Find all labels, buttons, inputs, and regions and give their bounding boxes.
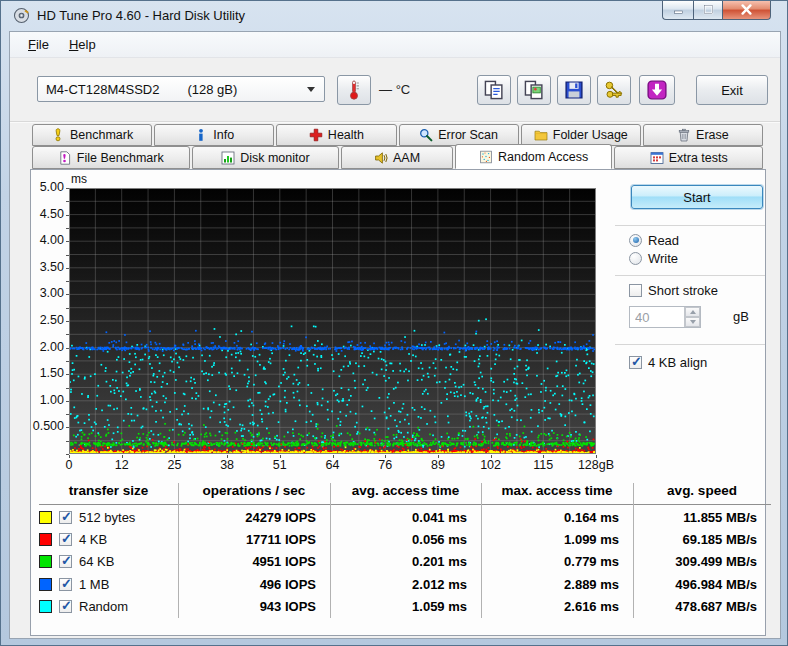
aam-icon bbox=[374, 151, 388, 165]
info-icon bbox=[194, 128, 208, 142]
benchmark-icon bbox=[51, 128, 65, 142]
license-keys-button[interactable] bbox=[597, 75, 631, 105]
tab-aam[interactable]: AAM bbox=[341, 146, 453, 169]
menu-bar: FileHelp bbox=[10, 32, 780, 58]
avg-access-value: 2.012 ms bbox=[330, 577, 481, 592]
close-button[interactable] bbox=[722, 1, 771, 20]
tab-benchmark[interactable]: Benchmark bbox=[32, 124, 152, 146]
tab-file-benchmark[interactable]: File Benchmark bbox=[32, 146, 190, 169]
transfer-size-label: 64 KB bbox=[79, 554, 114, 569]
align-row[interactable]: 4 KB align bbox=[629, 354, 707, 370]
tab-erase[interactable]: Erase bbox=[643, 124, 763, 146]
copy-text-button[interactable] bbox=[477, 75, 511, 105]
x-tick-label: 64 bbox=[326, 458, 340, 472]
tab-health[interactable]: Health bbox=[276, 124, 396, 146]
ops-value: 17711 IOPS bbox=[178, 532, 330, 547]
x-tick-label: 12 bbox=[115, 458, 129, 472]
write-radio[interactable] bbox=[629, 252, 642, 265]
read-radio-row[interactable]: Read bbox=[629, 232, 679, 248]
avg-speed-value: 309.499 MB/s bbox=[633, 554, 771, 569]
column-header: operations / sec bbox=[178, 483, 330, 503]
random-access-icon bbox=[479, 150, 493, 164]
series-color-swatch bbox=[39, 533, 52, 546]
app-window: HD Tune Pro 4.60 - Hard Disk Utility Fil… bbox=[0, 0, 788, 646]
series-checkbox[interactable] bbox=[59, 600, 72, 613]
y-axis-tick bbox=[66, 188, 69, 189]
x-tick-label: 51 bbox=[273, 458, 287, 472]
align-checkbox[interactable] bbox=[629, 356, 642, 369]
y-tick-label: 1.50 bbox=[31, 366, 64, 380]
x-tick-label: 102 bbox=[480, 458, 501, 472]
short-stroke-checkbox[interactable] bbox=[629, 284, 642, 297]
max-access-value: 0.164 ms bbox=[481, 510, 633, 525]
short-stroke-row[interactable]: Short stroke bbox=[629, 282, 718, 298]
menu-file[interactable]: File bbox=[18, 34, 59, 55]
tab-error-scan[interactable]: Error Scan bbox=[399, 124, 519, 146]
exit-button[interactable]: Exit bbox=[696, 75, 768, 105]
download-icon bbox=[647, 80, 667, 100]
ops-value: 4951 IOPS bbox=[178, 554, 330, 569]
maximize-button[interactable] bbox=[693, 1, 722, 20]
titlebar[interactable]: HD Tune Pro 4.60 - Hard Disk Utility bbox=[1, 1, 787, 31]
tab-info[interactable]: Info bbox=[154, 124, 274, 146]
tab-disk-monitor[interactable]: Disk monitor bbox=[192, 146, 340, 169]
x-axis-tick bbox=[543, 455, 544, 458]
y-tick-label: 3.50 bbox=[31, 260, 64, 274]
y-tick-label: 5.00 bbox=[31, 180, 64, 194]
update-button[interactable] bbox=[639, 75, 675, 105]
thermometer-icon bbox=[345, 79, 363, 101]
max-access-value: 2.616 ms bbox=[481, 599, 633, 614]
series-checkbox[interactable] bbox=[59, 578, 72, 591]
series-color-swatch bbox=[39, 578, 52, 591]
table-row-64-kb: 64 KB4951 IOPS0.201 ms0.779 ms309.499 MB… bbox=[39, 551, 771, 573]
random-access-panel: ms 5.004.504.003.503.002. bbox=[30, 169, 766, 636]
tab-label: Random Access bbox=[498, 150, 588, 164]
x-axis-tick bbox=[333, 455, 334, 458]
error-scan-icon bbox=[419, 128, 433, 142]
y-axis-tick bbox=[66, 241, 69, 242]
write-radio-row[interactable]: Write bbox=[629, 250, 678, 266]
temperature-button[interactable] bbox=[337, 75, 371, 105]
spinner-down-button[interactable] bbox=[685, 317, 700, 327]
tab-label: Folder Usage bbox=[553, 128, 628, 142]
tab-random-access[interactable]: Random Access bbox=[455, 144, 613, 169]
keys-icon bbox=[604, 80, 624, 100]
series-checkbox[interactable] bbox=[59, 533, 72, 546]
minimize-button[interactable] bbox=[662, 1, 693, 20]
copy-image-button[interactable] bbox=[517, 75, 551, 105]
x-tick-label: 0 bbox=[66, 458, 73, 472]
drive-select-dropdown[interactable]: M4-CT128M4SSD2 (128 gB) bbox=[37, 76, 325, 102]
max-access-value: 1.099 ms bbox=[481, 532, 633, 547]
x-axis-tick bbox=[122, 455, 123, 458]
avg-access-value: 0.041 ms bbox=[330, 510, 481, 525]
folder-icon bbox=[534, 128, 548, 142]
menu-help[interactable]: Help bbox=[59, 34, 106, 55]
x-axis-tick bbox=[385, 455, 386, 458]
x-axis-tick bbox=[69, 455, 70, 458]
x-tick-label: 89 bbox=[431, 458, 445, 472]
tab-extra-tests[interactable]: Extra tests bbox=[614, 146, 763, 169]
series-checkbox[interactable] bbox=[59, 511, 72, 524]
avg-access-value: 1.059 ms bbox=[330, 599, 481, 614]
x-axis-tick bbox=[438, 455, 439, 458]
save-button[interactable] bbox=[557, 75, 591, 105]
y-axis-tick bbox=[66, 321, 69, 322]
copy-icon bbox=[484, 80, 504, 100]
ops-value: 24279 IOPS bbox=[178, 510, 330, 525]
spinner-up-button[interactable] bbox=[685, 307, 700, 317]
results-table-header: transfer sizeoperations / secavg. access… bbox=[39, 483, 771, 503]
tab-folder-usage[interactable]: Folder Usage bbox=[521, 124, 641, 146]
read-radio[interactable] bbox=[629, 234, 642, 247]
y-axis-unit-label: ms bbox=[71, 172, 87, 186]
drive-name: M4-CT128M4SSD2 bbox=[46, 82, 159, 97]
y-axis-tick bbox=[66, 281, 69, 282]
series-checkbox[interactable] bbox=[59, 555, 72, 568]
chevron-down-icon bbox=[307, 87, 315, 92]
x-axis-tick bbox=[174, 455, 175, 458]
minimize-icon bbox=[673, 1, 684, 19]
erase-icon bbox=[677, 128, 691, 142]
tab-label: Health bbox=[328, 128, 364, 142]
close-icon bbox=[740, 1, 753, 19]
column-header: avg. access time bbox=[330, 483, 481, 503]
start-button[interactable]: Start bbox=[631, 185, 763, 209]
